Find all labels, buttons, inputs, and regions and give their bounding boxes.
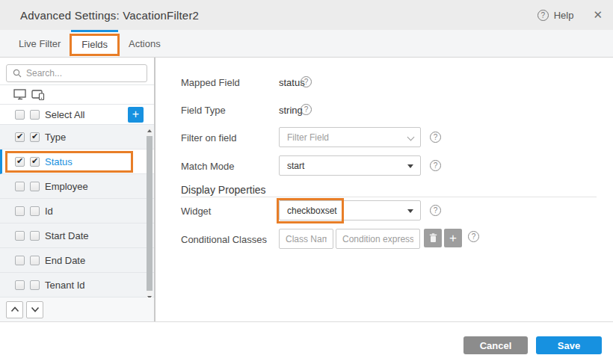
- display-properties-heading: Display Properties: [181, 184, 266, 196]
- mobile-checkbox[interactable]: [30, 231, 40, 241]
- field-label: Status: [45, 156, 73, 167]
- sidebar-item-tenant-id[interactable]: Tenant Id: [0, 273, 154, 297]
- field-label: Start Date: [45, 230, 89, 241]
- conditional-classes-help-icon[interactable]: ?: [468, 231, 479, 242]
- dropdown-arrow-icon: [407, 209, 413, 213]
- tab-fields[interactable]: Fields: [71, 30, 118, 57]
- device-toggle-row: [0, 85, 154, 105]
- plus-icon: +: [449, 231, 457, 246]
- conditional-classes-label: Conditional Classes: [181, 234, 267, 245]
- titlebar: Advanced Settings: VacationFilter2 ? Hel…: [0, 0, 613, 30]
- web-checkbox[interactable]: [15, 280, 25, 290]
- select-all-label: Select All: [45, 109, 84, 120]
- field-label: Type: [45, 132, 66, 143]
- sidebar-item-type[interactable]: Type: [0, 125, 154, 149]
- cancel-button[interactable]: Cancel: [463, 336, 528, 354]
- field-properties-panel: Mapped Field status ? Field Type string …: [157, 58, 613, 321]
- tab-live-filter[interactable]: Live Filter: [8, 30, 71, 57]
- scroll-up-icon[interactable]: [147, 127, 153, 135]
- search-section: [0, 58, 154, 85]
- mobile-checkbox[interactable]: [30, 132, 40, 142]
- filter-on-field-help-icon[interactable]: ?: [430, 132, 441, 143]
- delete-class-button[interactable]: [424, 229, 442, 247]
- field-type-value: string: [279, 105, 303, 116]
- match-mode-select[interactable]: start: [279, 155, 421, 176]
- trash-icon: [429, 233, 437, 243]
- field-label: Employee: [45, 181, 88, 192]
- fields-sidebar: Select All + Type Status Employee Id: [0, 58, 155, 321]
- mobile-checkbox[interactable]: [30, 182, 40, 191]
- chevron-down-icon: [407, 134, 415, 141]
- widget-help-icon[interactable]: ?: [430, 205, 441, 216]
- sidebar-scrollbar[interactable]: [147, 127, 153, 301]
- help-icon[interactable]: ?: [537, 10, 549, 21]
- close-icon[interactable]: ✕: [593, 8, 603, 22]
- select-all-mobile-checkbox[interactable]: [30, 110, 40, 120]
- web-checkbox[interactable]: [15, 231, 25, 241]
- reorder-controls: [0, 297, 154, 321]
- web-checkbox[interactable]: [15, 182, 25, 191]
- move-down-button[interactable]: [26, 301, 43, 318]
- help-link[interactable]: Help: [554, 10, 574, 21]
- section-divider: [181, 197, 597, 197]
- scrollbar-thumb[interactable]: [147, 136, 153, 291]
- web-checkbox[interactable]: [15, 157, 25, 167]
- widget-select[interactable]: checkboxset: [279, 200, 421, 220]
- search-icon: [13, 69, 22, 78]
- filter-on-field-label: Filter on field: [181, 132, 236, 144]
- filter-field-placeholder: Filter Field: [287, 132, 329, 143]
- match-mode-help-icon[interactable]: ?: [430, 160, 441, 171]
- sidebar-item-employee[interactable]: Employee: [0, 174, 154, 199]
- desktop-icon[interactable]: [13, 89, 27, 100]
- save-button[interactable]: Save: [536, 336, 602, 354]
- add-class-button[interactable]: +: [444, 229, 462, 247]
- web-checkbox[interactable]: [15, 256, 25, 265]
- field-label: End Date: [45, 255, 85, 266]
- sidebar-item-start-date[interactable]: Start Date: [0, 223, 154, 248]
- dialog-title: Advanced Settings: VacationFilter2: [20, 9, 199, 22]
- filter-field-select[interactable]: Filter Field: [279, 127, 421, 147]
- field-type-label: Field Type: [181, 105, 226, 116]
- select-all-web-checkbox[interactable]: [15, 110, 25, 120]
- sidebar-item-status[interactable]: Status: [0, 149, 154, 174]
- mapped-field-help-icon[interactable]: ?: [301, 76, 312, 87]
- sidebar-item-end-date[interactable]: End Date: [0, 248, 154, 273]
- widget-label: Widget: [181, 206, 211, 217]
- tab-fields-label: Fields: [81, 39, 108, 50]
- match-mode-value: start: [287, 161, 304, 171]
- tab-actions[interactable]: Actions: [118, 30, 171, 57]
- titlebar-actions: ? Help ✕: [537, 8, 603, 22]
- field-label: Tenant Id: [45, 280, 85, 291]
- chevron-up-icon: [10, 306, 19, 312]
- move-up-button[interactable]: [6, 301, 23, 318]
- select-all-row[interactable]: Select All +: [0, 105, 154, 125]
- advanced-settings-dialog: Advanced Settings: VacationFilter2 ? Hel…: [0, 0, 613, 364]
- condition-expression-input[interactable]: [336, 229, 420, 249]
- dropdown-arrow-icon: [407, 164, 413, 168]
- widget-value: checkboxset: [287, 206, 337, 216]
- search-input[interactable]: [26, 68, 138, 78]
- field-type-help-icon[interactable]: ?: [301, 104, 312, 115]
- mobile-icon[interactable]: [31, 89, 46, 100]
- chevron-down-icon: [31, 306, 40, 312]
- mobile-checkbox[interactable]: [30, 280, 40, 290]
- tab-bar: Live Filter Fields Actions: [0, 30, 613, 58]
- search-box: [6, 64, 147, 82]
- dialog-footer: Cancel Save: [0, 321, 613, 364]
- match-mode-label: Match Mode: [181, 161, 235, 172]
- add-field-button[interactable]: +: [128, 107, 144, 123]
- sidebar-item-id[interactable]: Id: [0, 199, 154, 223]
- mobile-checkbox[interactable]: [30, 256, 40, 265]
- mapped-field-label: Mapped Field: [181, 77, 240, 88]
- field-label: Id: [45, 206, 53, 217]
- mobile-checkbox[interactable]: [30, 157, 40, 167]
- web-checkbox[interactable]: [15, 206, 25, 216]
- class-name-input[interactable]: [279, 229, 333, 249]
- web-checkbox[interactable]: [15, 132, 25, 142]
- mobile-checkbox[interactable]: [30, 206, 40, 216]
